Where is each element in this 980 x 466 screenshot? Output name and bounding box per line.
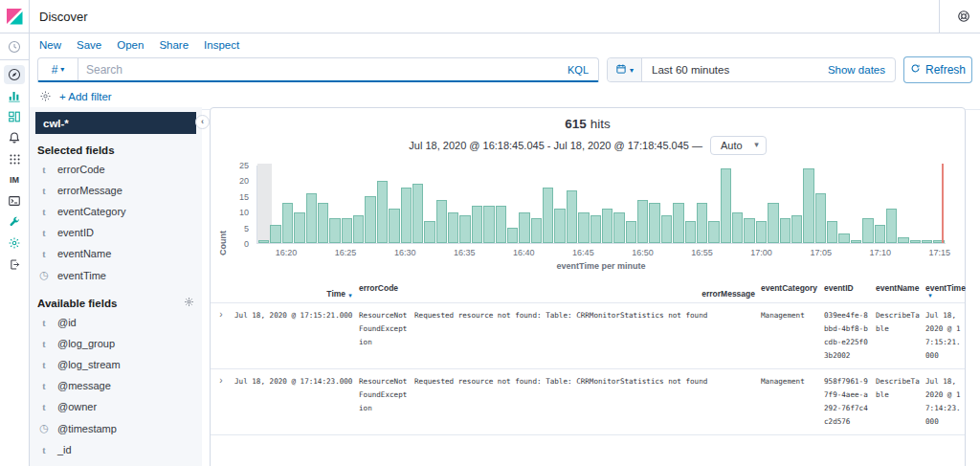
index-management-icon[interactable]: IM — [4, 170, 25, 189]
discover-compass-icon[interactable] — [4, 65, 25, 84]
histogram-bar[interactable] — [590, 215, 601, 243]
expand-row-icon[interactable]: › — [211, 309, 232, 363]
field-item-errorCode[interactable]: t errorCode — [35, 159, 196, 180]
column-header-errorMessage[interactable]: errorMessage — [412, 282, 758, 300]
histogram-bar[interactable] — [543, 188, 553, 243]
histogram-bar[interactable] — [329, 218, 340, 243]
kibana-logo[interactable] — [0, 0, 29, 33]
histogram-bar[interactable] — [803, 168, 813, 243]
available-fields-settings-icon[interactable] — [184, 297, 194, 309]
show-dates-button[interactable]: Show dates — [818, 64, 895, 76]
histogram-bar[interactable] — [270, 225, 280, 243]
histogram-bar[interactable] — [389, 209, 399, 243]
histogram-bar[interactable] — [886, 209, 897, 243]
histogram-bar[interactable] — [365, 196, 375, 243]
histogram-bar[interactable] — [875, 225, 885, 243]
histogram-bar[interactable] — [685, 221, 696, 243]
stack-monitoring-wrench-icon[interactable] — [4, 212, 25, 232]
column-header-time[interactable]: Time▼ — [232, 282, 356, 300]
histogram-bar[interactable] — [401, 188, 412, 243]
histogram-bar[interactable] — [613, 212, 624, 243]
histogram-bar[interactable] — [472, 206, 482, 243]
histogram-bar[interactable] — [756, 221, 767, 243]
histogram-bar[interactable] — [554, 209, 565, 243]
field-item-underscore-id[interactable]: t _id — [35, 439, 196, 460]
histogram-bar[interactable] — [637, 200, 648, 243]
management-gear-icon[interactable] — [4, 233, 25, 253]
histogram-bar[interactable] — [697, 203, 707, 243]
histogram-bar[interactable] — [424, 221, 434, 243]
histogram-bar[interactable] — [780, 218, 791, 243]
histogram-bar[interactable] — [459, 215, 470, 243]
histogram-bar[interactable] — [318, 203, 328, 243]
histogram-bar[interactable] — [862, 218, 873, 243]
visualize-chart-icon[interactable] — [4, 86, 25, 105]
column-header-eventID[interactable]: eventID — [821, 282, 873, 300]
field-item-eventCategory[interactable]: t eventCategory — [35, 201, 196, 222]
histogram-bar[interactable] — [661, 215, 672, 243]
histogram-bar[interactable] — [448, 212, 458, 243]
menu-new[interactable]: New — [39, 39, 61, 51]
field-item-at-timestamp[interactable]: ◷ @timestamp — [35, 417, 196, 439]
histogram-bar[interactable] — [768, 203, 778, 243]
histogram-bar[interactable] — [851, 240, 861, 243]
add-filter-button[interactable]: + Add filter — [59, 91, 112, 102]
histogram-bar[interactable] — [377, 181, 388, 243]
column-header-eventCategory[interactable]: eventCategory — [758, 282, 821, 300]
histogram-bar[interactable] — [342, 218, 352, 243]
histogram-bar[interactable] — [827, 221, 837, 243]
time-range-value[interactable]: Last 60 minutes — [642, 64, 818, 76]
histogram-bar[interactable] — [602, 209, 612, 243]
field-item-eventTime[interactable]: ◷ eventTime — [35, 264, 196, 286]
histogram-bar[interactable] — [258, 240, 269, 243]
search-input[interactable] — [78, 63, 558, 77]
histogram-bar[interactable] — [791, 215, 802, 243]
field-item-at-owner[interactable]: t @owner — [35, 396, 196, 417]
histogram-bar[interactable] — [649, 203, 659, 243]
histogram-bar[interactable] — [519, 212, 529, 243]
histogram-bar[interactable] — [732, 212, 743, 243]
filter-prefix-dropdown[interactable]: # ▾ — [38, 58, 78, 80]
refresh-button[interactable]: Refresh — [903, 56, 972, 83]
field-item-eventID[interactable]: t eventID — [35, 222, 196, 243]
histogram-bar[interactable] — [436, 200, 447, 243]
kql-language-button[interactable]: KQL — [558, 64, 598, 76]
recent-clock-icon[interactable] — [4, 37, 25, 56]
histogram-bar[interactable] — [353, 215, 364, 243]
dashboard-icon[interactable] — [4, 107, 25, 126]
ml-grid-icon[interactable] — [4, 149, 25, 168]
histogram-bar[interactable] — [282, 203, 293, 243]
field-item-at-message[interactable]: t @message — [35, 375, 196, 396]
field-item-at-log-group[interactable]: t @log_group — [35, 333, 196, 354]
histogram-bar[interactable] — [567, 190, 577, 243]
histogram-bar[interactable] — [531, 218, 542, 243]
histogram-bar[interactable] — [910, 240, 921, 243]
histogram-bar[interactable] — [673, 203, 683, 243]
column-header-errorCode[interactable]: errorCode — [356, 282, 412, 300]
field-item-errorMessage[interactable]: t errorMessage — [35, 180, 196, 201]
histogram-bar[interactable] — [578, 212, 589, 243]
histogram-bar[interactable] — [815, 193, 826, 243]
column-header-eventTime[interactable]: eventTime▼ — [923, 282, 965, 300]
histogram-bar[interactable] — [306, 193, 317, 243]
quick-select-dropdown[interactable]: ▾ — [608, 58, 642, 81]
alerts-bell-icon[interactable] — [4, 128, 25, 147]
field-item-at-log-stream[interactable]: t @log_stream — [35, 354, 196, 375]
histogram-bar[interactable] — [922, 240, 932, 243]
dev-tools-console-icon[interactable] — [4, 191, 25, 211]
field-item-at-id[interactable]: t @id — [35, 312, 196, 333]
filter-settings-gear-icon[interactable] — [39, 90, 52, 102]
histogram-bar[interactable] — [744, 218, 754, 243]
interval-select[interactable]: Auto ▾ — [710, 136, 767, 155]
collapse-sidebar-button[interactable]: ‹ — [195, 115, 210, 129]
histogram-bar[interactable] — [294, 212, 304, 243]
expand-row-icon[interactable]: › — [211, 375, 232, 429]
menu-save[interactable]: Save — [77, 39, 101, 51]
histogram-bar[interactable] — [721, 168, 731, 243]
help-icon[interactable] — [957, 10, 970, 23]
index-pattern-selector[interactable]: cwl-* ‹ — [35, 112, 196, 134]
column-header-eventName[interactable]: eventName — [873, 282, 923, 300]
histogram-bar[interactable] — [898, 237, 908, 243]
histogram-bar[interactable] — [626, 221, 636, 243]
histogram-bar[interactable] — [483, 206, 494, 243]
